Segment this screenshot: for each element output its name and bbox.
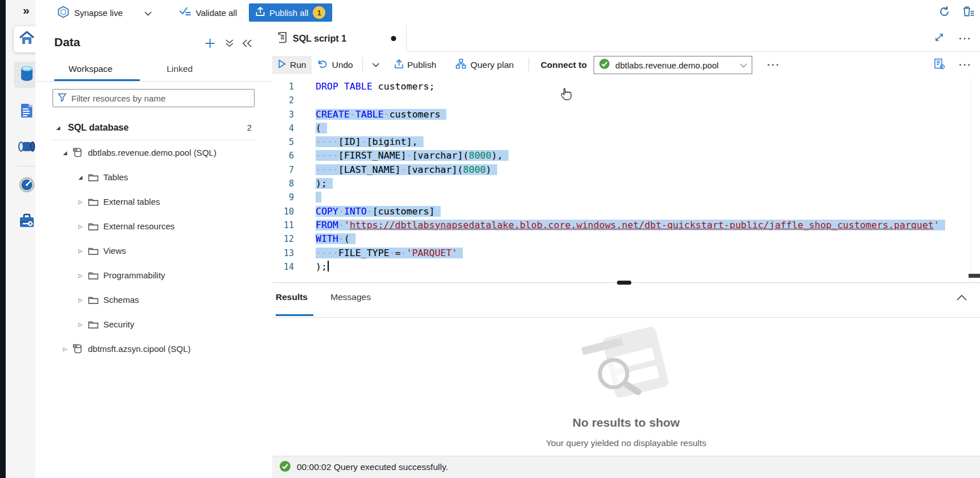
publish-button[interactable]: Publish — [389, 56, 442, 75]
line-number: 1 — [272, 80, 294, 94]
tab-workspace[interactable]: Workspace — [68, 64, 112, 74]
panel-title: Data — [54, 35, 80, 49]
publish-all-label: Publish all — [269, 8, 308, 18]
script-properties-icon[interactable] — [934, 58, 945, 72]
code-line[interactable]: 3CREATE·TABLE·customers — [272, 108, 945, 121]
tree-item[interactable]: ▷External resources — [35, 214, 272, 238]
expanded-triangle-icon[interactable]: ◢ — [76, 175, 84, 180]
folder-icon — [88, 295, 99, 305]
code-line[interactable]: 6····[FIRST_NAME]·[varchar](8000), — [272, 149, 945, 163]
run-options-chevron[interactable] — [366, 59, 385, 71]
tab-messages[interactable]: Messages — [330, 292, 371, 302]
tree-item[interactable]: ▷External tables — [35, 189, 272, 214]
add-resource-button[interactable] — [204, 38, 216, 51]
chevron-down-icon[interactable] — [144, 8, 152, 18]
main-area: SQL script 1 ··· Run — [272, 25, 980, 478]
folder-icon — [88, 197, 99, 206]
play-icon — [278, 59, 286, 71]
results-pane: No results to show Your query yielded no… — [272, 318, 980, 456]
pane-resize-handle[interactable] — [617, 281, 631, 285]
publish-all-button[interactable]: Publish all 1 — [249, 3, 332, 22]
tab-more-actions-icon[interactable]: ··· — [959, 33, 972, 44]
tree-item-label: dbtmsft.azsyn.cipool (SQL) — [88, 344, 191, 354]
folder-icon — [88, 271, 99, 280]
tree-item[interactable]: ◢Tables — [35, 165, 272, 189]
sql-script-tab[interactable]: SQL script 1 — [272, 25, 407, 52]
mode-label: Synapse live — [74, 8, 123, 18]
line-number: 14 — [272, 260, 294, 274]
editor-toolbar: Run Undo Publish — [272, 52, 980, 78]
toolbar-more-actions-icon[interactable]: ··· — [767, 59, 780, 71]
tree-item[interactable]: ▷dbtmsft.azsyn.cipool (SQL) — [35, 337, 272, 361]
left-nav-rail: » — [6, 0, 35, 478]
undo-button[interactable]: Undo — [312, 56, 358, 74]
no-results-illustration — [578, 321, 675, 409]
refresh-button[interactable] — [938, 0, 950, 25]
code-line[interactable]: 10COPY·INTO·[customers] — [272, 205, 945, 218]
code-line[interactable]: 9 — [272, 191, 945, 204]
tree-item[interactable]: ▷Views — [35, 238, 272, 263]
top-command-bar: Synapse live Validate all Publish all 1 — [35, 0, 980, 26]
collapse-results-icon[interactable] — [956, 293, 967, 303]
expanded-triangle-icon[interactable]: ◢ — [61, 150, 69, 156]
mode-selector[interactable]: Synapse live — [57, 0, 152, 25]
code-line[interactable]: 13····FILE_TYPE·=·'PARQUET' — [272, 246, 945, 260]
line-number: 2 — [272, 94, 294, 107]
code-line[interactable]: 14); — [272, 260, 945, 274]
collapsed-triangle-icon[interactable]: ▷ — [76, 322, 84, 327]
run-label: Run — [290, 60, 306, 70]
code-line[interactable]: 2 — [272, 94, 945, 107]
editor-more-actions-icon[interactable]: ··· — [959, 59, 972, 71]
tree-root-sql-database[interactable]: ◢SQL database2 — [35, 115, 272, 140]
status-message: 00:00:02 Query executed successfully. — [297, 462, 448, 472]
empty-state-subtitle: Your query yielded no displayable result… — [272, 438, 980, 448]
code-line[interactable]: 11FROM·'https://dbtlabsynapsedatalake.bl… — [272, 218, 945, 232]
unsaved-indicator-dot — [391, 36, 396, 41]
validate-all-button[interactable]: Validate all — [179, 0, 237, 25]
collapse-all-icon[interactable] — [225, 39, 234, 50]
collapsed-triangle-icon[interactable]: ▷ — [76, 199, 84, 205]
dropdown-chevron-icon — [740, 60, 747, 70]
collapsed-triangle-icon[interactable]: ▷ — [61, 346, 69, 352]
sql-code-editor[interactable]: 1DROP TABLE customers;23CREATE·TABLE·cus… — [272, 78, 980, 282]
discard-all-button[interactable] — [962, 0, 974, 25]
collapsed-triangle-icon[interactable]: ▷ — [76, 297, 84, 303]
tree-item-label: SQL database — [68, 123, 128, 133]
document-icon — [19, 103, 34, 121]
success-check-icon — [279, 460, 291, 475]
collapsed-triangle-icon[interactable]: ▷ — [76, 273, 84, 278]
folder-icon — [88, 320, 99, 329]
pool-select-dropdown[interactable]: dbtlabs.revenue.demo.pool — [594, 56, 752, 74]
tree-item[interactable]: ▷Schemas — [35, 287, 272, 312]
code-line[interactable]: 1DROP TABLE customers; — [272, 80, 945, 94]
tree-item[interactable]: ▷Programmability — [35, 263, 272, 287]
publish-count-badge: 1 — [313, 6, 325, 19]
sql-pool-icon — [72, 343, 83, 354]
tab-results[interactable]: Results — [276, 292, 308, 302]
code-line[interactable]: 7····[LAST_NAME]·[varchar](8000) — [272, 163, 945, 177]
undo-icon — [317, 59, 328, 71]
tree-item[interactable]: ◢dbtlabs.revenue.demo.pool (SQL) — [35, 140, 272, 165]
tree-item[interactable]: ▷Security — [35, 312, 272, 337]
publish-label: Publish — [408, 60, 437, 70]
tree-item-label: Security — [103, 319, 134, 329]
line-number: 3 — [272, 108, 294, 121]
expand-editor-icon[interactable] — [934, 33, 944, 44]
tab-linked[interactable]: Linked — [167, 64, 193, 74]
filter-input[interactable]: Filter resources by name — [53, 89, 255, 107]
code-line[interactable]: 5····[ID]·[bigint], — [272, 135, 945, 149]
code-line[interactable]: 8); — [272, 177, 945, 191]
run-button[interactable]: Run — [272, 56, 312, 74]
toolbar-divider — [529, 58, 529, 72]
collapsed-triangle-icon[interactable]: ▷ — [76, 248, 84, 254]
collapsed-triangle-icon[interactable]: ▷ — [76, 224, 84, 229]
code-line[interactable]: 4( — [272, 121, 945, 135]
query-plan-button[interactable]: Query plan — [450, 55, 519, 75]
expanded-triangle-icon[interactable]: ◢ — [54, 125, 62, 131]
tree-item-label: Views — [103, 246, 126, 256]
scrollbar-marker[interactable] — [969, 274, 980, 278]
code-line[interactable]: 12WITH·( — [272, 232, 945, 246]
database-icon — [19, 65, 34, 84]
collapse-panel-icon[interactable] — [242, 39, 252, 50]
home-icon — [19, 31, 35, 48]
